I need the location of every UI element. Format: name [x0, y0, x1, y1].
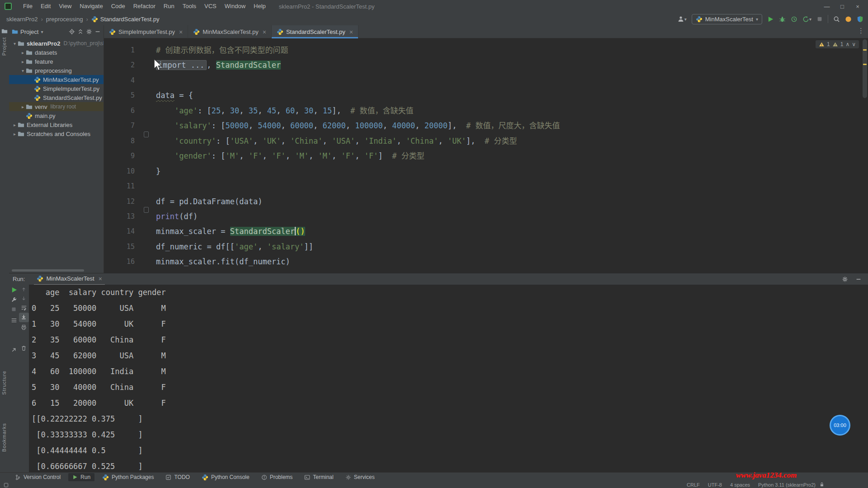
tree-chevron-icon[interactable]: ▸	[20, 50, 26, 55]
stripe-label-project[interactable]: Project	[1, 37, 7, 56]
chevron-down-icon[interactable]: ▾	[41, 29, 43, 34]
clear-all-icon[interactable]	[21, 345, 27, 351]
modify-run-config-icon[interactable]	[11, 296, 17, 303]
tree-item-external-libraries[interactable]: ▸External Libraries	[9, 120, 104, 129]
toolwindow-button-problems[interactable]: Problems	[257, 473, 297, 481]
rerun-button[interactable]	[11, 286, 18, 293]
toolwindow-button-todo[interactable]: TODO	[161, 473, 193, 481]
tree-chevron-icon[interactable]: ▾	[20, 68, 26, 73]
horizontal-scrollbar[interactable]	[12, 269, 84, 272]
tree-chevron-icon[interactable]: ▸	[20, 104, 26, 109]
tree-item-feature[interactable]: ▸feature	[9, 57, 104, 66]
toolwindow-button-terminal[interactable]: Terminal	[300, 473, 337, 481]
up-stack-trace-icon[interactable]	[21, 286, 27, 292]
tree-item-venv[interactable]: ▸venvlibrary root	[9, 102, 104, 111]
run-configuration-select[interactable]: MinMaxScalerTest ▾	[692, 14, 762, 24]
next-problem-icon[interactable]: ∨	[852, 41, 856, 47]
settings-gear-icon[interactable]	[842, 276, 848, 282]
tree-chevron-icon[interactable]: ▾	[12, 41, 18, 46]
inspections-widget[interactable]: 1 1 ∧ ∨	[816, 40, 859, 48]
tree-chevron-icon[interactable]: ▸	[12, 131, 18, 136]
hide-panel-button[interactable]	[855, 276, 862, 282]
editor-tab-simpleimputertest-py[interactable]: SimpleImputerTest.py×	[104, 25, 188, 38]
console-output[interactable]: age salary country gender0 25 50000 USA …	[29, 285, 868, 472]
editor-tab-minmaxscalertest-py[interactable]: MinMaxScalerTest.py×	[188, 25, 272, 38]
menu-navigate[interactable]: Navigate	[75, 0, 107, 13]
window-mode-icon[interactable]	[4, 483, 9, 488]
menu-file[interactable]: File	[19, 0, 37, 13]
close-icon[interactable]: ×	[263, 28, 266, 36]
tree-item-scratches-and-consoles[interactable]: ▸Scratches and Consoles	[9, 129, 104, 138]
run-with-coverage-button[interactable]: ▾	[802, 16, 811, 23]
lock-icon[interactable]	[819, 482, 825, 488]
status-item-python-3-11-sklearnpro2[interactable]: Python 3.11 (sklearnPro2)	[758, 482, 816, 488]
close-button[interactable]: ×	[850, 0, 865, 13]
pin-tab-icon[interactable]	[11, 347, 17, 353]
stripe-label-bookmarks[interactable]: Bookmarks	[1, 423, 7, 452]
minimize-button[interactable]: —	[819, 0, 835, 13]
status-item-crlf[interactable]: CRLF	[687, 482, 700, 488]
restore-layout-icon[interactable]	[11, 317, 17, 324]
profiler-button[interactable]	[791, 16, 797, 23]
project-panel-title[interactable]: Project	[20, 28, 38, 35]
line-number: 1	[104, 43, 135, 58]
prev-problem-icon[interactable]: ∧	[845, 41, 849, 47]
settings-gear-icon[interactable]	[86, 28, 92, 35]
tree-item-main-py[interactable]: main.py	[9, 111, 104, 120]
tree-item-sklearnpro2[interactable]: ▾sklearnPro2D:\python_proj\sklearnPro2	[9, 39, 104, 48]
print-icon[interactable]	[21, 324, 27, 330]
locate-file-button[interactable]	[69, 28, 75, 35]
tree-item-preprocessing[interactable]: ▾preprocessing	[9, 66, 104, 75]
stop-button[interactable]	[816, 16, 823, 22]
run-tab[interactable]: MinMaxScalerTest ×	[34, 273, 104, 285]
stripe-label-structure[interactable]: Structure	[1, 371, 7, 395]
hide-panel-button[interactable]	[94, 28, 101, 35]
menu-edit[interactable]: Edit	[37, 0, 55, 13]
close-icon[interactable]: ×	[99, 275, 102, 282]
editor-tab-standardscalertest-py[interactable]: StandardScalerTest.py×	[272, 25, 359, 38]
menu-window[interactable]: Window	[221, 0, 250, 13]
collapse-all-button[interactable]	[77, 28, 84, 35]
menu-tools[interactable]: Tools	[179, 0, 200, 13]
stop-button[interactable]	[11, 306, 17, 312]
debug-button[interactable]	[779, 16, 786, 23]
user-dropdown-icon[interactable]: ▾	[677, 15, 687, 23]
editor-scrollbar[interactable]	[863, 39, 867, 98]
fold-marker[interactable]	[144, 131, 149, 137]
tree-item-simpleimputertest-py[interactable]: SimpleImputerTest.py	[9, 84, 104, 93]
down-stack-trace-icon[interactable]	[21, 296, 27, 301]
fold-marker[interactable]	[144, 207, 149, 213]
status-item-4-spaces[interactable]: 4 spaces	[730, 482, 750, 488]
menu-code[interactable]: Code	[107, 0, 129, 13]
breadcrumb-item-preprocessing[interactable]: preprocessing	[46, 16, 83, 23]
menu-help[interactable]: Help	[250, 0, 270, 13]
menu-vcs[interactable]: VCS	[200, 0, 221, 13]
tree-chevron-icon[interactable]: ▸	[12, 122, 18, 127]
close-icon[interactable]: ×	[349, 28, 353, 36]
search-everywhere-icon[interactable]	[833, 16, 840, 23]
shield-icon[interactable]	[857, 16, 863, 23]
tree-item-minmaxscalertest-py[interactable]: MinMaxScalerTest.py	[9, 75, 104, 84]
more-options-icon[interactable]: ⋮	[858, 27, 864, 35]
maximize-button[interactable]: □	[835, 0, 850, 13]
notification-dot-icon[interactable]	[845, 16, 852, 23]
breadcrumb-item-sklearnpro2[interactable]: sklearnPro2	[6, 16, 38, 23]
menu-run[interactable]: Run	[160, 0, 179, 13]
menu-refactor[interactable]: Refactor	[129, 0, 160, 13]
run-button[interactable]	[767, 16, 774, 23]
project-tool-icon[interactable]	[1, 28, 8, 36]
status-item-utf-8[interactable]: UTF-8	[708, 482, 722, 488]
soft-wrap-icon[interactable]	[21, 305, 27, 311]
tree-chevron-icon[interactable]: ▸	[20, 59, 26, 64]
code-editor[interactable]: 1245678910111213141516 # 创建示例数据，包含不同类型的问…	[104, 38, 868, 275]
tree-item-standardscalertest-py[interactable]: StandardScalerTest.py	[9, 93, 104, 102]
breadcrumb-item-standardscalertest-py[interactable]: StandardScalerTest.py	[91, 16, 160, 23]
toolwindow-button-python-packages[interactable]: Python Packages	[98, 473, 158, 482]
toolwindow-button-version-control[interactable]: Version Control	[11, 473, 65, 481]
toolwindow-button-python-console[interactable]: Python Console	[198, 473, 254, 482]
close-icon[interactable]: ×	[179, 28, 183, 36]
tree-item-datasets[interactable]: ▸datasets	[9, 48, 104, 57]
toolwindow-button-services[interactable]: Services	[341, 473, 379, 481]
menu-view[interactable]: View	[55, 0, 75, 13]
toolwindow-button-run[interactable]: Run	[68, 473, 94, 481]
